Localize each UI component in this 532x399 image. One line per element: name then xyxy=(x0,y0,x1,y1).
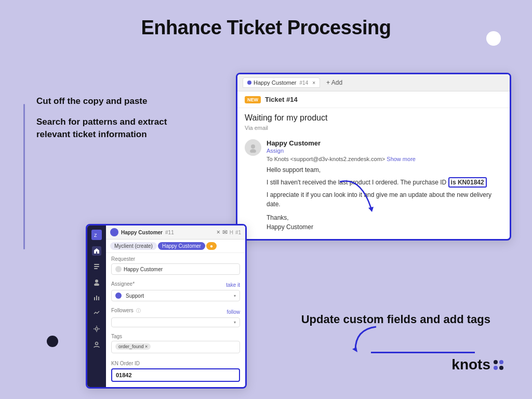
message-to: To Knots <support@d3v-knots2.zendesk.com… xyxy=(267,156,502,162)
knots-dot-4 xyxy=(499,366,503,370)
zd-users-icon[interactable] xyxy=(92,277,101,287)
ticket-screenshot-left: Z Happy Customer #11 xyxy=(86,224,247,389)
browser-bar: Happy Customer #14 × + Add xyxy=(237,74,510,91)
knots-dot-1 xyxy=(494,360,498,364)
arrow-down-left xyxy=(345,319,387,363)
browser-add[interactable]: + Add xyxy=(326,79,342,86)
requester-value: Happy Customer xyxy=(124,267,163,272)
ticket-header-area: NEW Ticket #14 xyxy=(237,91,510,108)
hash-icon: H xyxy=(230,230,233,235)
form-top-right: × ✉ H #1 xyxy=(217,229,241,236)
message-content: Happy Customer Assign To Knots <support@… xyxy=(267,139,502,232)
svg-marker-2 xyxy=(368,207,374,212)
zd-reports-icon[interactable] xyxy=(92,293,101,302)
bottom-right-text: Update custom fields and add tags xyxy=(301,313,490,326)
body-after: I appreciate it if you can look into it … xyxy=(267,190,502,209)
followers-info-icon: ⓘ xyxy=(136,308,141,313)
close-icon[interactable]: × xyxy=(217,229,220,236)
requester-field[interactable]: Happy Customer xyxy=(111,263,240,275)
zd-tickets-icon[interactable] xyxy=(92,262,101,271)
zd-sidebar: Z xyxy=(87,225,106,387)
tab-close[interactable]: × xyxy=(312,80,315,86)
number-ref: #1 xyxy=(235,230,241,235)
followers-label: Followers ⓘ xyxy=(111,308,141,314)
tab-orange: ● xyxy=(206,242,217,250)
tab-happy-customer[interactable]: Happy Customer xyxy=(158,242,205,250)
requester-avatar xyxy=(115,266,122,272)
followers-field[interactable]: ▾ xyxy=(111,317,240,327)
highlight-text: is KN01842 xyxy=(448,177,487,188)
svg-rect-7 xyxy=(94,268,98,269)
body-line: I still haven't received the last produc… xyxy=(267,178,502,187)
assignee-label: Assignee* xyxy=(111,281,135,287)
followers-header: Followers ⓘ follow xyxy=(111,308,240,316)
svg-text:Z: Z xyxy=(94,233,97,238)
kn-order-value: 01842 xyxy=(116,372,132,378)
tags-section: Tags order_found × xyxy=(106,334,245,360)
knots-dot-2 xyxy=(499,360,503,364)
tags-label: Tags xyxy=(111,334,240,339)
tag-chip[interactable]: order_found × xyxy=(115,343,151,350)
sign: Thanks, Happy Customer xyxy=(267,213,502,232)
svg-rect-6 xyxy=(94,266,99,267)
left-text-block: Cut off the copy and paste Search for pa… xyxy=(36,96,203,141)
follow-link[interactable]: follow xyxy=(227,309,240,315)
svg-point-1 xyxy=(250,149,256,153)
assignee-inner: Support xyxy=(115,292,144,299)
message-to-text: To Knots <support@d3v-knots2.zendesk.com… xyxy=(267,156,385,162)
ticket-subject: Waiting for my product xyxy=(237,108,510,125)
svg-point-9 xyxy=(94,283,99,286)
svg-rect-12 xyxy=(98,297,99,300)
assignee-field[interactable]: Support ▾ xyxy=(111,290,240,301)
ticket-label: Ticket #14 xyxy=(265,96,298,103)
left-text-line1: Cut off the copy and paste xyxy=(36,96,203,107)
show-more[interactable]: Show more xyxy=(387,156,416,162)
tab-title: Happy Customer xyxy=(254,79,297,86)
zd-logo: Z xyxy=(91,230,102,240)
svg-rect-5 xyxy=(94,264,99,265)
form-top-left: Happy Customer #11 xyxy=(110,228,174,236)
svg-marker-15 xyxy=(352,347,357,352)
kn-order-field[interactable]: 01842 xyxy=(111,368,240,382)
tags-field[interactable]: order_found × xyxy=(111,341,240,353)
ticket-via: Via email xyxy=(237,125,510,135)
assignee-section: Assignee* take it Support ▾ xyxy=(106,281,245,308)
support-icon xyxy=(115,292,122,299)
svg-point-14 xyxy=(96,342,98,345)
svg-rect-11 xyxy=(96,296,97,300)
svg-point-13 xyxy=(96,328,98,330)
zd-home-icon[interactable] xyxy=(92,246,101,256)
requester-section: Requester Happy Customer xyxy=(106,253,245,281)
followers-label-text: Followers xyxy=(111,308,134,313)
underline-deco xyxy=(371,352,475,353)
kn-order-section: KN Order ID 01842 xyxy=(106,360,245,387)
form-tab-bar: Myclient (create) Happy Customer ● xyxy=(106,240,245,253)
zd-charts-icon[interactable] xyxy=(92,309,101,318)
message-sender: Happy Customer xyxy=(267,139,502,147)
form-top-bar: Happy Customer #11 × ✉ H #1 xyxy=(106,225,245,240)
take-it-link[interactable]: take it xyxy=(226,282,240,288)
new-badge: NEW xyxy=(245,96,261,103)
left-text-line2: Search for patterns and extract relevant… xyxy=(36,116,203,141)
page-title: Enhance Ticket Processing xyxy=(0,0,532,39)
knots-dot-3 xyxy=(494,366,498,370)
knots-brand-text: knots xyxy=(451,356,490,373)
deco-circle-top-right xyxy=(486,31,501,46)
form-avatar xyxy=(110,228,118,236)
form-tab-number: #11 xyxy=(165,230,174,235)
knots-logo: knots xyxy=(451,356,503,373)
message-body: Hello support team, I still haven't rece… xyxy=(267,165,502,232)
zd-account-icon[interactable] xyxy=(92,340,101,349)
form-tab-title: Happy Customer xyxy=(121,230,163,235)
greeting: Hello support team, xyxy=(267,165,502,175)
zd-settings-icon[interactable] xyxy=(92,324,101,334)
message-assign[interactable]: Assign xyxy=(267,148,502,154)
mail-icon[interactable]: ✉ xyxy=(222,229,228,236)
tab-myclient[interactable]: Myclient (create) xyxy=(110,242,157,250)
deco-line-left xyxy=(23,104,25,249)
arrow-curve xyxy=(329,177,381,218)
kn-order-label: KN Order ID xyxy=(111,361,240,366)
deco-circle-bottom-left xyxy=(47,336,58,347)
assignee-header: Assignee* take it xyxy=(111,281,240,288)
assignee-value: Support xyxy=(126,293,144,299)
